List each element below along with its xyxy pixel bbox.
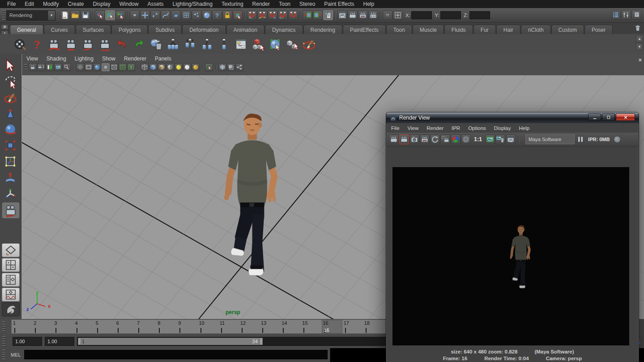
safe-action-icon[interactable] [119,63,127,71]
shelf-scroll-down-icon[interactable]: ▼ [636,43,643,50]
menu-assets[interactable]: Assets [143,1,168,7]
schematic-view-icon[interactable] [234,37,248,51]
render-settings-dialog-icon[interactable] [506,134,516,144]
menu-help[interactable]: Help [359,1,379,7]
ambient-light-icon[interactable] [183,63,191,71]
shelf-tab-animation[interactable]: Animation [226,25,264,34]
grid-toggle-icon[interactable] [76,63,84,71]
single-pane-layout[interactable] [2,243,20,257]
outliner-persp-layout[interactable] [2,273,20,287]
shelf-tab-toon[interactable]: Toon [386,25,412,34]
renderer-dropdown[interactable]: Maya Software [525,134,575,144]
make-live-icon[interactable] [288,10,298,20]
shelf-tab-rendering[interactable]: Rendering [303,25,342,34]
timeline-frame-13[interactable]: 13 [260,320,280,333]
render-view-menu-view[interactable]: View [408,125,419,131]
timeline-frame-2[interactable]: 2 [32,320,53,333]
timeline-frame-3[interactable]: 3 [53,320,73,333]
safe-title-icon[interactable]: T [127,63,135,71]
menu-create[interactable]: Create [63,1,88,7]
plugin-shading-icon[interactable] [235,63,243,71]
close-button[interactable] [616,113,635,121]
open-render-view-icon[interactable] [337,10,347,20]
render-settings-icon[interactable] [368,10,378,20]
menu-texturing[interactable]: Texturing [217,1,248,7]
render-view-menu-display[interactable]: Display [494,125,511,131]
panel-close-icon[interactable]: ✕ [638,57,642,63]
resolution-gate-icon[interactable] [93,63,101,71]
four-pane-layout[interactable] [2,258,20,272]
menu-modify[interactable]: Modify [38,1,63,7]
playblast-icon[interactable] [13,37,27,51]
rgb-channel-icon[interactable] [451,134,461,144]
output-connection-icon[interactable] [313,10,323,20]
timeline-frame-11[interactable]: 11 [218,320,239,333]
y-coordinate-input[interactable] [440,11,461,19]
last-tool-camera[interactable] [2,203,19,218]
track-camera-icon[interactable] [64,37,78,51]
playback-start-field[interactable]: 1.00 [45,337,74,346]
mask-points-icon[interactable] [150,10,160,20]
shelf-tab-custom[interactable]: Custom [551,25,584,34]
select-tool[interactable] [2,57,18,72]
menu-lighting-shading[interactable]: Lighting/Shading [168,1,217,7]
soft-modification-tool[interactable] [2,170,18,185]
shelf-tab-subdivs[interactable]: Subdivs [148,25,182,34]
use-all-lights-icon[interactable] [166,63,174,71]
toolbar-drag-handle[interactable] [2,10,5,21]
mask-dynamics-icon[interactable] [192,10,201,20]
isolate-select-icon[interactable] [205,63,213,71]
mask-rendering-icon[interactable] [202,10,212,20]
open-scene-icon[interactable] [70,10,80,20]
shelf-tab-muscle[interactable]: Muscle [413,25,444,34]
wireframe-on-shaded-icon[interactable] [218,63,226,71]
render-current-frame-icon[interactable] [348,10,358,20]
frame-selection-icon[interactable] [268,37,282,51]
shelf-tab-deformation[interactable]: Deformation [182,25,226,34]
transform-dropdown-icon[interactable] [383,10,392,20]
range-end-handle[interactable] [260,338,263,345]
move-tool[interactable] [2,106,18,121]
ipr-render-icon[interactable]: IPR [420,134,430,144]
mask-dropdown-icon[interactable] [130,10,140,20]
render-view-menu-options[interactable]: Options [468,125,486,131]
highlight-selection-icon[interactable] [233,10,243,20]
shelf-tab-poser[interactable]: Poser [584,25,613,34]
panel-menu-panels[interactable]: Panels [155,56,171,62]
shelf-tab-painteffects[interactable]: PaintEffects [343,25,386,34]
custom-layout[interactable] [2,302,20,316]
timeline-frame-8[interactable]: 8 [156,320,177,333]
region-render-icon[interactable] [440,134,450,144]
menu-toon[interactable]: Toon [274,1,295,7]
film-gate-icon[interactable] [85,63,93,71]
roll-camera-icon[interactable] [98,37,112,51]
redo-icon[interactable] [132,37,146,51]
snap-curve-icon[interactable] [257,10,267,20]
minimize-button[interactable] [588,113,601,121]
shelf-tab-toggle-icon[interactable]: ▦ [1,24,9,30]
default-light-icon[interactable] [175,63,183,71]
alpha-channel-icon[interactable] [461,134,471,144]
timeline-frame-7[interactable]: 7 [136,320,156,333]
save-scene-icon[interactable] [81,10,90,20]
refresh-render-icon[interactable] [430,134,440,144]
textured-icon[interactable] [158,63,166,71]
timeline-frame-12[interactable]: 12 [239,320,260,333]
undo-icon[interactable] [115,37,129,51]
timeline-frame-16[interactable]: 1616 [322,320,342,333]
render-view-titlebar[interactable]: Render View [386,112,639,123]
menu-display[interactable]: Display [88,1,115,7]
rotate-tool[interactable] [2,122,18,137]
shelf-tab-fluids[interactable]: Fluids [444,25,473,34]
z-coordinate-input[interactable] [469,11,490,19]
menu-window[interactable]: Window [115,1,143,7]
timeline-frame-1[interactable]: 1 [12,320,32,333]
shelf-tab-curves[interactable]: Curves [44,25,75,34]
hypergraph-scene-icon[interactable] [166,37,180,51]
camera-name-label[interactable]: persp [226,309,240,315]
timeline-frame-5[interactable]: 5 [94,320,115,333]
timeline-frame-17[interactable]: 17 [342,320,363,333]
gate-mask-icon[interactable] [102,63,110,71]
panel-menu-renderer[interactable]: Renderer [124,56,146,62]
mask-misc-icon[interactable]: ? [212,10,222,20]
